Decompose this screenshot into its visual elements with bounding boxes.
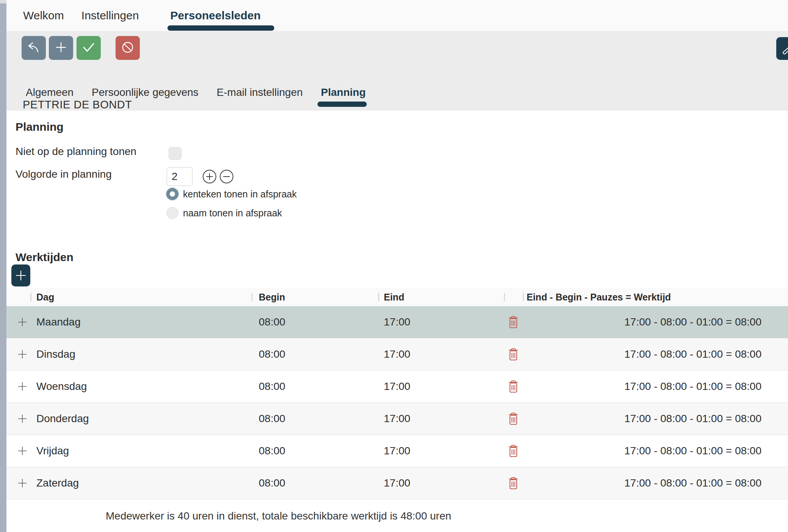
- radio-kenteken[interactable]: kenteken tonen in afspraak: [166, 188, 297, 200]
- add-icon: [15, 270, 27, 281]
- trash-icon: [508, 316, 519, 329]
- delete-row-button[interactable]: [508, 316, 519, 329]
- trash-icon: [508, 477, 519, 490]
- back-button[interactable]: [22, 36, 46, 60]
- add-record-button[interactable]: [49, 36, 73, 60]
- back-icon: [27, 42, 40, 54]
- order-label: Volgorde in planning: [16, 168, 112, 180]
- sub-tab-bar: Algemeen Persoonlijke gegevens E-mail in…: [6, 86, 384, 99]
- add-icon: [55, 41, 67, 55]
- noshow-label: Niet op de planning tonen: [16, 146, 136, 158]
- expand-row-icon[interactable]: [17, 349, 27, 359]
- subtab-planning-label: Planning: [321, 86, 366, 98]
- expand-row-icon[interactable]: [17, 382, 27, 391]
- radio-kenteken-control[interactable]: [166, 188, 178, 200]
- cell-dag: Maandag: [30, 316, 252, 328]
- cell-eind: 17:00: [378, 445, 504, 457]
- personnel-app-window: Welkom Instellingen Personeelsleden: [0, 0, 788, 532]
- cell-eind: 17:00: [378, 316, 504, 328]
- delete-row-button[interactable]: [508, 444, 519, 457]
- table-row-dinsdag[interactable]: Dinsdag 08:00 17:00 17:00 - 08:00 - 01:0…: [6, 338, 788, 371]
- delete-row-button[interactable]: [508, 412, 519, 425]
- delete-row-button[interactable]: [508, 380, 519, 393]
- cell-dag: Woensdag: [30, 380, 252, 393]
- column-header-delete: [504, 288, 523, 306]
- cell-dag: Zaterdag: [30, 477, 252, 489]
- cell-formule: 17:00 - 08:00 - 01:00 = 08:00: [523, 413, 788, 425]
- table-body: Maandag 08:00 17:00 17:00 - 08:00 - 01:0…: [6, 306, 788, 499]
- cell-formule: 17:00 - 08:00 - 01:00 = 08:00: [523, 445, 788, 457]
- main-content: Welkom Instellingen Personeelsleden: [6, 0, 788, 532]
- cell-dag: Vrijdag: [30, 445, 252, 457]
- cell-begin: 08:00: [252, 445, 378, 457]
- hours-summary-text: Medewerker is 40 uren in dienst, totale …: [106, 510, 451, 522]
- expand-row-icon[interactable]: [17, 414, 27, 424]
- tab-personeelsleden[interactable]: Personeelsleden: [170, 9, 261, 22]
- order-increment-button[interactable]: [203, 170, 216, 183]
- expand-row-icon[interactable]: [17, 446, 27, 456]
- trash-icon: [508, 444, 519, 457]
- confirm-icon: [82, 42, 95, 54]
- expand-row-icon[interactable]: [17, 478, 27, 488]
- cell-formule: 17:00 - 08:00 - 01:00 = 08:00: [523, 348, 788, 360]
- trash-icon: [508, 380, 519, 393]
- table-row-zaterdag[interactable]: Zaterdag 08:00 17:00 17:00 - 08:00 - 01:…: [6, 467, 788, 499]
- column-header-formule: Eind - Begin - Pauzes = Werktijd: [523, 288, 788, 306]
- tab-instellingen[interactable]: Instellingen: [81, 9, 139, 22]
- cell-dag: Donderdag: [30, 413, 252, 425]
- cell-begin: 08:00: [252, 380, 378, 393]
- radio-naam-control[interactable]: [166, 207, 178, 219]
- cell-dag: Dinsdag: [30, 348, 252, 360]
- cell-begin: 08:00: [252, 348, 378, 360]
- werktijden-table: Dag Begin Eind Eind - Begin - Pauzes = W…: [6, 288, 788, 532]
- table-row-vrijdag[interactable]: Vrijdag 08:00 17:00 17:00 - 08:00 - 01:0…: [6, 435, 788, 467]
- subtab-algemeen[interactable]: Algemeen: [26, 86, 73, 99]
- cancel-icon: [121, 41, 134, 55]
- planning-heading: Planning: [16, 120, 64, 133]
- table-header-row: Dag Begin Eind Eind - Begin - Pauzes = W…: [6, 288, 788, 306]
- header-expand-spacer: [6, 288, 30, 306]
- expand-row-icon[interactable]: [17, 317, 27, 327]
- cell-eind: 17:00: [378, 348, 504, 360]
- cell-formule: 17:00 - 08:00 - 01:00 = 08:00: [523, 477, 788, 489]
- subtab-email-instellingen[interactable]: E-mail instellingen: [217, 86, 303, 99]
- cell-begin: 08:00: [252, 477, 378, 489]
- active-tab-indicator: [167, 25, 274, 31]
- radio-naam[interactable]: naam tonen in afspraak: [166, 207, 282, 219]
- cell-formule: 17:00 - 08:00 - 01:00 = 08:00: [523, 316, 788, 328]
- cell-begin: 08:00: [252, 316, 378, 328]
- plus-icon: [206, 173, 213, 180]
- column-header-begin: Begin: [252, 288, 378, 306]
- active-subtab-indicator: [317, 102, 367, 107]
- tab-personeelsleden-label: Personeelsleden: [170, 9, 261, 22]
- cell-eind: 17:00: [378, 413, 504, 425]
- table-footer: Medewerker is 40 uren in dienst, totale …: [6, 499, 788, 532]
- order-decrement-button[interactable]: [220, 170, 233, 183]
- planning-form: Planning Niet op de planning tonen Volgo…: [6, 111, 788, 288]
- delete-row-button[interactable]: [508, 477, 519, 490]
- cell-eind: 17:00: [378, 477, 504, 489]
- minus-icon: [223, 173, 230, 180]
- table-row-maandag[interactable]: Maandag 08:00 17:00 17:00 - 08:00 - 01:0…: [6, 306, 788, 338]
- subtab-planning[interactable]: Planning: [321, 86, 366, 99]
- wrench-icon: [781, 41, 788, 57]
- table-row-woensdag[interactable]: Woensdag 08:00 17:00 17:00 - 08:00 - 01:…: [6, 371, 788, 403]
- add-werktijd-button[interactable]: [11, 264, 30, 286]
- werktijden-heading: Werktijden: [16, 251, 73, 264]
- cancel-button[interactable]: [116, 36, 140, 60]
- confirm-button[interactable]: [77, 36, 101, 60]
- delete-row-button[interactable]: [508, 348, 519, 361]
- subtab-persoonlijke-gegevens[interactable]: Persoonlijke gegevens: [92, 86, 199, 99]
- record-toolbar: PETTRIE DE BONDT Algemeen Persoonlijke g…: [6, 31, 788, 111]
- radio-naam-label: naam tonen in afspraak: [183, 208, 282, 219]
- table-row-donderdag[interactable]: Donderdag 08:00 17:00 17:00 - 08:00 - 01…: [6, 403, 788, 435]
- noshow-checkbox[interactable]: [169, 147, 181, 160]
- cell-begin: 08:00: [252, 413, 378, 425]
- vertical-divider-cap: [0, 0, 6, 3]
- tab-welkom[interactable]: Welkom: [23, 9, 64, 22]
- vertical-divider: [0, 0, 6, 532]
- tools-button[interactable]: [776, 37, 788, 60]
- order-input[interactable]: [167, 167, 192, 186]
- trash-icon: [508, 348, 519, 361]
- record-title: PETTRIE DE BONDT: [23, 99, 132, 111]
